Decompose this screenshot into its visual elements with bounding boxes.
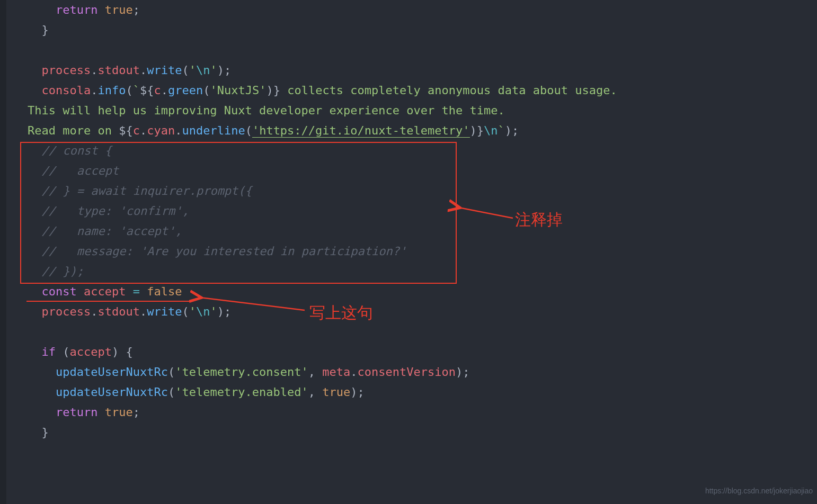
code-line: // const {	[28, 141, 817, 161]
code-line: process.stdout.write('\n');	[28, 302, 817, 322]
code-line: // name: 'accept',	[28, 221, 817, 241]
code-line: }	[28, 20, 817, 40]
code-line: Read more on ${c.cyan.underline('https:/…	[28, 121, 817, 141]
code-line: if (accept) {	[28, 342, 817, 362]
code-line: return true;	[28, 402, 817, 422]
code-line: consola.info(`${c.green('NuxtJS')} colle…	[28, 80, 817, 101]
code-line: updateUserNuxtRc('telemetry.enabled', tr…	[28, 382, 817, 402]
footer-watermark: https://blog.csdn.net/jokerjiaojiao	[705, 481, 813, 501]
code-line: updateUserNuxtRc('telemetry.consent', me…	[28, 362, 817, 382]
code-line: }	[28, 422, 817, 443]
code-line: // type: 'confirm',	[28, 201, 817, 221]
code-line: // });	[28, 262, 817, 282]
code-line: const accept = false	[28, 282, 817, 302]
code-line	[28, 322, 817, 342]
code-line: // accept	[28, 161, 817, 181]
code-line: // message: 'Are you interested in parti…	[28, 241, 817, 262]
code-line: This will help us improving Nuxt develop…	[28, 101, 817, 121]
code-editor[interactable]: return true; } process.stdout.write('\n'…	[0, 0, 817, 443]
code-line: process.stdout.write('\n');	[28, 60, 817, 80]
code-line: // } = await inquirer.prompt({	[28, 181, 817, 201]
code-line	[28, 40, 817, 60]
code-area: return true; } process.stdout.write('\n'…	[11, 0, 817, 443]
code-line: return true;	[28, 0, 817, 20]
